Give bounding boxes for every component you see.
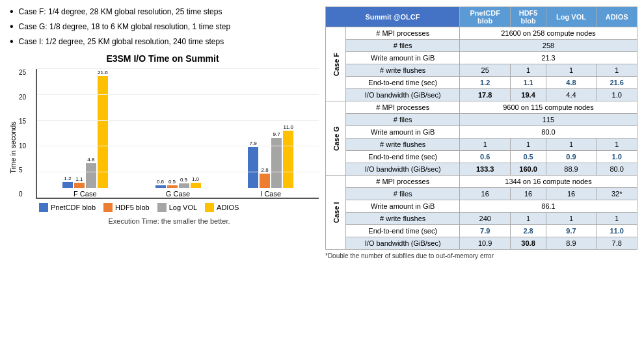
metric-f-flushes: # write flushes bbox=[346, 64, 460, 77]
bar-label-f-adios: 21.6 bbox=[98, 70, 108, 75]
metric-i-mpi: # MPI processes bbox=[346, 176, 460, 188]
val-f-flushes-3: 1 bbox=[546, 64, 597, 77]
val-i-e2e-3: 9.7 bbox=[546, 225, 597, 237]
val-g-bw-2: 160.0 bbox=[511, 163, 546, 176]
row-g-bw: I/O bandwidth (GiB/sec) 133.3 160.0 88.9… bbox=[326, 163, 637, 176]
val-f-e2e-4: 21.6 bbox=[597, 77, 637, 89]
left-panel: • Case F: 1/4 degree, 28 KM global resol… bbox=[7, 7, 319, 350]
legend-label-pnetcdf: PnetCDF blob bbox=[51, 204, 96, 211]
bar-label-g-logvol: 0.9 bbox=[180, 177, 187, 183]
val-i-files-4: 32* bbox=[597, 188, 637, 200]
row-i-bw: I/O bandwidth (GiB/sec) 10.9 30.8 8.9 7.… bbox=[326, 237, 637, 250]
bullet-dot: • bbox=[10, 7, 14, 17]
metric-g-flushes: # write flushes bbox=[346, 139, 460, 151]
bar-f-pnetcdf: 1.2 bbox=[62, 176, 73, 189]
bar-g-logvol: 0.9 bbox=[179, 177, 189, 188]
th-summit: Summit @OLCF bbox=[326, 7, 460, 27]
row-g-files: # files 115 bbox=[326, 114, 637, 126]
val-i-mpi: 1344 on 16 compute nodes bbox=[459, 176, 637, 188]
y-tick-10: 10 bbox=[19, 142, 26, 150]
row-i-e2e: End-to-end time (sec) 7.9 2.8 9.7 11.0 bbox=[326, 225, 637, 237]
val-i-e2e-1: 7.9 bbox=[459, 225, 510, 237]
bullet-item-f: • Case F: 1/4 degree, 28 KM global resol… bbox=[10, 7, 319, 18]
legend-swatch-adios bbox=[205, 203, 214, 212]
bar-i-hdf5: 2.8 bbox=[260, 167, 270, 188]
th-pnetcdf: PnetCDFblob bbox=[459, 7, 510, 27]
val-f-bw-1: 17.8 bbox=[459, 89, 510, 101]
metric-f-e2e: End-to-end time (sec) bbox=[346, 77, 460, 89]
val-i-e2e-2: 2.8 bbox=[511, 225, 546, 237]
legend-label-hdf5: HDF5 blob bbox=[115, 204, 150, 211]
chart-area: E3SM I/O Time on Summit Time in seconds … bbox=[7, 53, 319, 225]
legend-pnetcdf: PnetCDF blob bbox=[39, 203, 96, 212]
bullet-text-i: Case I: 1/2 degree, 25 KM global resolut… bbox=[19, 36, 224, 47]
bar-group-i: 7.9 2.8 9.7 bbox=[229, 58, 312, 198]
row-i-flushes: # write flushes 240 1 1 1 bbox=[326, 213, 637, 225]
row-f-e2e: End-to-end time (sec) 1.2 1.1 4.8 21.6 bbox=[326, 77, 637, 89]
row-f-files: # files 258 bbox=[326, 40, 637, 52]
val-g-files: 115 bbox=[459, 114, 637, 126]
metric-i-e2e: End-to-end time (sec) bbox=[346, 225, 460, 237]
val-g-e2e-2: 0.5 bbox=[511, 151, 546, 163]
metric-g-write: Write amount in GiB bbox=[346, 126, 460, 139]
legend-swatch-hdf5 bbox=[103, 203, 113, 212]
bullet-dot-g: • bbox=[10, 21, 14, 32]
bar-f-hdf5: 1.1 bbox=[74, 176, 85, 189]
metric-g-files: # files bbox=[346, 114, 460, 126]
metric-f-bw: I/O bandwidth (GiB/sec) bbox=[346, 89, 460, 101]
metric-i-bw: I/O bandwidth (GiB/sec) bbox=[346, 237, 460, 250]
val-f-write: 21.3 bbox=[459, 52, 637, 64]
row-g-write: Write amount in GiB 80.0 bbox=[326, 126, 637, 139]
val-i-bw-3: 8.9 bbox=[546, 237, 597, 250]
bar-group-g: 0.6 0.5 0.9 bbox=[137, 58, 220, 198]
val-f-flushes-4: 1 bbox=[597, 64, 637, 77]
val-i-bw-2: 30.8 bbox=[511, 237, 546, 250]
val-f-files: 258 bbox=[459, 40, 637, 52]
val-g-flushes-3: 1 bbox=[546, 139, 597, 151]
th-adios: ADIOS bbox=[597, 7, 637, 27]
y-tick-20: 20 bbox=[19, 94, 26, 101]
val-f-bw-2: 19.4 bbox=[511, 89, 546, 101]
metric-f-write: Write amount in GiB bbox=[346, 52, 460, 64]
metric-f-files: # files bbox=[346, 40, 460, 52]
bar-label-g-hdf5: 0.5 bbox=[168, 179, 176, 185]
table-footnote: *Double the number of subfiles due to ou… bbox=[325, 252, 637, 259]
val-g-e2e-3: 0.9 bbox=[546, 151, 597, 163]
right-panel: Summit @OLCF PnetCDFblob HDF5blob Log VO… bbox=[325, 7, 637, 350]
metric-f-mpi: # MPI processes bbox=[346, 27, 460, 40]
val-i-files-3: 16 bbox=[546, 188, 597, 200]
bar-f-adios: 21.6 bbox=[98, 70, 108, 189]
bullet-item-g: • Case G: 1/8 degree, 18 to 6 KM global … bbox=[10, 21, 319, 33]
case-g-label: Case G bbox=[326, 101, 346, 176]
bullet-text-f: Case F: 1/4 degree, 28 KM global resolut… bbox=[19, 7, 222, 18]
row-f-mpi: Case F # MPI processes 21600 on 258 comp… bbox=[326, 27, 637, 40]
metric-g-e2e: End-to-end time (sec) bbox=[346, 151, 460, 163]
row-f-bw: I/O bandwidth (GiB/sec) 17.8 19.4 4.4 1.… bbox=[326, 89, 637, 101]
legend-swatch-logvol bbox=[157, 203, 167, 212]
val-i-flushes-1: 240 bbox=[459, 213, 510, 225]
row-i-files: # files 16 16 16 32* bbox=[326, 188, 637, 200]
val-g-bw-1: 133.3 bbox=[459, 163, 510, 176]
bullet-item-i: • Case I: 1/2 degree, 25 KM global resol… bbox=[10, 36, 319, 47]
val-i-flushes-3: 1 bbox=[546, 213, 597, 225]
val-f-flushes-2: 1 bbox=[511, 64, 546, 77]
bar-i-adios: 11.0 bbox=[283, 124, 293, 188]
row-g-e2e: End-to-end time (sec) 0.6 0.5 0.9 1.0 bbox=[326, 151, 637, 163]
bar-label-g-adios: 1.0 bbox=[192, 176, 199, 182]
bullet-list: • Case F: 1/4 degree, 28 KM global resol… bbox=[7, 7, 319, 47]
row-g-mpi: Case G # MPI processes 9600 on 115 compu… bbox=[326, 101, 637, 114]
metric-i-write: Write amount in GiB bbox=[346, 200, 460, 213]
val-g-e2e-4: 1.0 bbox=[597, 151, 637, 163]
bar-label-f-logvol: 4.8 bbox=[87, 157, 94, 163]
val-i-files-1: 16 bbox=[459, 188, 510, 200]
val-g-e2e-1: 0.6 bbox=[459, 151, 510, 163]
bar-label-i-adios: 11.0 bbox=[283, 124, 293, 130]
row-i-mpi: Case I # MPI processes 1344 on 16 comput… bbox=[326, 176, 637, 188]
val-f-bw-4: 1.0 bbox=[597, 89, 637, 101]
y-tick-25: 25 bbox=[19, 69, 26, 76]
val-i-bw-1: 10.9 bbox=[459, 237, 510, 250]
val-g-bw-4: 80.0 bbox=[597, 163, 637, 176]
val-g-flushes-1: 1 bbox=[459, 139, 510, 151]
val-i-write: 86.1 bbox=[459, 200, 637, 213]
bar-label-i-logvol: 9.7 bbox=[273, 131, 280, 137]
